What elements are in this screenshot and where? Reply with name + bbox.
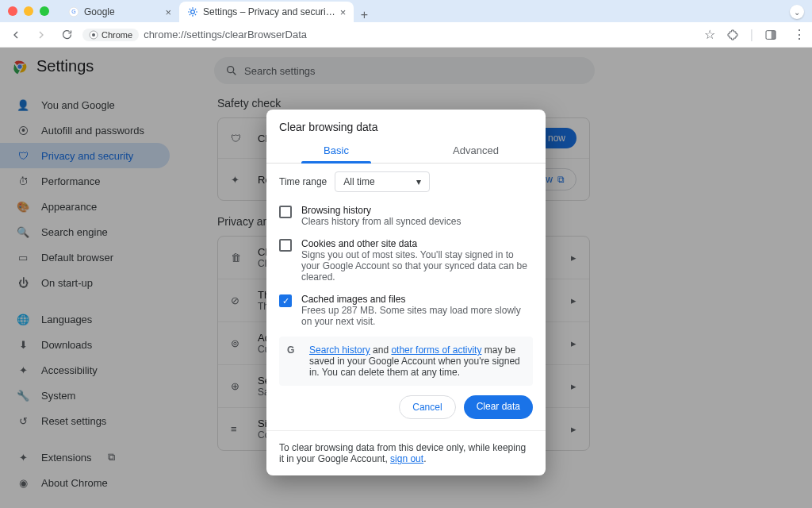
divider: |	[750, 28, 753, 42]
window-controls	[8, 6, 49, 16]
svg-rect-6	[772, 30, 776, 39]
info-box: G Search history and other forms of acti…	[279, 337, 533, 386]
sign-out-link[interactable]: sign out	[390, 453, 423, 464]
tab-title: Google	[84, 6, 115, 17]
svg-point-2	[191, 10, 195, 14]
close-window-button[interactable]	[8, 6, 17, 16]
tab-basic[interactable]: Basic	[266, 138, 406, 163]
time-range-label: Time range	[279, 176, 327, 187]
tab-title: Settings – Privacy and securi…	[203, 6, 335, 17]
google-favicon: G	[68, 6, 79, 17]
settings-favicon	[187, 6, 198, 17]
option-cookies[interactable]: Cookies and other site dataSigns you out…	[266, 233, 546, 289]
tab-strip: G Google × Settings – Privacy and securi…	[60, 0, 374, 22]
dialog-title: Clear browsing data	[266, 110, 546, 138]
extensions-icon[interactable]	[726, 29, 739, 41]
tab-advanced[interactable]: Advanced	[406, 138, 546, 163]
site-chip[interactable]: Chrome	[82, 29, 139, 41]
bookmark-icon[interactable]: ☆	[704, 27, 715, 42]
tab-settings[interactable]: Settings – Privacy and securi… ×	[179, 2, 354, 22]
svg-point-4	[92, 33, 95, 37]
svg-text:G: G	[71, 9, 75, 14]
clear-browsing-data-dialog: Clear browsing data Basic Advanced Time …	[266, 110, 546, 475]
cancel-button[interactable]: Cancel	[399, 395, 455, 419]
forward-button[interactable]	[32, 25, 51, 44]
maximize-window-button[interactable]	[40, 6, 49, 16]
option-browsing-history[interactable]: Browsing historyClears history from all …	[266, 200, 546, 233]
new-tab-button[interactable]: +	[354, 8, 374, 22]
search-history-link[interactable]: Search history	[309, 344, 370, 356]
clear-data-button[interactable]: Clear data	[464, 395, 533, 419]
google-g-icon: G	[287, 344, 294, 356]
checkbox[interactable]	[279, 206, 292, 218]
back-button[interactable]	[6, 25, 25, 44]
checkbox-checked[interactable]: ✓	[279, 294, 292, 307]
chrome-icon	[89, 30, 98, 40]
chevron-down-icon: ▾	[416, 176, 421, 187]
time-range-select[interactable]: All time ▾	[335, 171, 430, 192]
close-tab-icon[interactable]: ×	[340, 6, 347, 18]
url-text: chrome://settings/clearBrowserData	[144, 29, 307, 40]
window-titlebar: G Google × Settings – Privacy and securi…	[0, 0, 812, 22]
reload-button[interactable]	[57, 25, 76, 44]
browser-toolbar: Chrome chrome://settings/clearBrowserDat…	[0, 22, 812, 48]
checkbox[interactable]	[279, 239, 292, 252]
other-activity-link[interactable]: other forms of activity	[391, 344, 481, 356]
tab-search-button[interactable]: ⌄	[790, 5, 804, 19]
side-panel-icon[interactable]	[764, 29, 777, 41]
chip-label: Chrome	[102, 30, 132, 40]
address-bar[interactable]: Chrome chrome://settings/clearBrowserDat…	[82, 29, 307, 41]
tab-google[interactable]: G Google ×	[60, 2, 179, 22]
time-range-value: All time	[343, 176, 374, 187]
option-cached[interactable]: ✓ Cached images and filesFrees up 287 MB…	[266, 289, 546, 333]
dialog-tabs: Basic Advanced	[266, 138, 546, 164]
menu-icon[interactable]: ⋮	[793, 27, 806, 42]
minimize-window-button[interactable]	[24, 6, 33, 16]
close-tab-icon[interactable]: ×	[165, 6, 171, 18]
dialog-footer: To clear browsing data from this device …	[266, 430, 546, 464]
